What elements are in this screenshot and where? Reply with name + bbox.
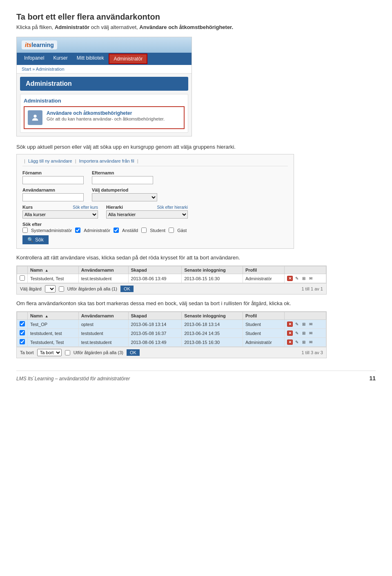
admin-item-users[interactable]: Användare och åtkomstbehörigheter Gör at…	[24, 106, 185, 129]
its-nav: Infopanel Kurser Mitt bibliotek Administ…	[17, 53, 192, 65]
t2-r1-användarnamn: optest	[78, 320, 128, 329]
message-icon[interactable]: ✉	[308, 276, 314, 281]
t2-r3-copy[interactable]: ⊞	[301, 339, 307, 345]
form-row-2: Användarnamn Välj datumperiod	[22, 188, 288, 201]
separator: |	[75, 159, 78, 163]
datumperiod-label: Välj datumperiod	[92, 188, 157, 192]
t2-r1-skapad: 2013-06-18 13:14	[128, 320, 182, 329]
t2-r3-delete[interactable]: ✕	[287, 339, 293, 345]
add-user-link[interactable]: Lägg till ny användare	[28, 159, 72, 163]
efternamn-label: Efternamn	[92, 170, 153, 175]
col-namn[interactable]: Namn ▲	[28, 266, 79, 274]
row-skapad: 2013-08-06 13:49	[128, 274, 182, 283]
t2-r2-senaste: 2013-06-24 14:35	[182, 329, 243, 338]
import-users-link[interactable]: Importera användare från fil	[79, 159, 134, 163]
table-row: Test_OP optest 2013-06-18 13:14 2013-06-…	[17, 320, 326, 329]
section-text-1: Sök upp aktuell person eller välj att sö…	[16, 144, 376, 150]
t2-utfor-all-checkbox[interactable]	[65, 350, 70, 355]
nav-infopanel[interactable]: Infopanel	[20, 54, 48, 64]
table2-screenshot: Namn ▲ Användarnamn Skapad Senaste inlog…	[16, 311, 327, 358]
cb-anställd[interactable]	[114, 228, 119, 233]
col-actions	[284, 266, 326, 274]
t2-ok-button[interactable]: OK	[127, 349, 140, 356]
cb-student[interactable]	[141, 228, 147, 233]
form-group-efternamn: Efternamn	[92, 170, 153, 184]
t2-r1-copy[interactable]: ⊞	[301, 321, 307, 327]
t2-r3-skapad: 2013-08-06 13:49	[128, 338, 182, 347]
kurs-select[interactable]: Alla kurser	[22, 210, 98, 219]
t2-r1-namn: Test_OP	[28, 320, 79, 329]
ok-button[interactable]: OK	[120, 286, 134, 292]
t2-r1-delete[interactable]: ✕	[287, 321, 293, 327]
sok-hierarki-link[interactable]: Sök efter hierarki	[157, 205, 188, 210]
t2-page-count: 1 till 3 av 3	[301, 350, 323, 355]
t2-col-användarnamn: Användarnamn	[78, 312, 128, 320]
svg-point-0	[33, 115, 36, 118]
t2-col-actions	[284, 312, 326, 320]
t2-r1-checkbox[interactable]	[20, 321, 25, 326]
screenshot-admin-nav: itslearning Infopanel Kurser Mitt biblio…	[16, 37, 192, 136]
t2-r3-checkbox[interactable]	[20, 339, 25, 344]
sok-efter-section: Sök efter Systemadministratör Administra…	[22, 222, 288, 233]
cb-admin-label: Administratör	[84, 228, 110, 233]
logo-learning: learning	[31, 42, 53, 48]
table-row: Teststudent, Test test.teststudent 2013-…	[17, 338, 326, 347]
section-text-2: Kontrollera att rätt användare visas, kl…	[16, 255, 376, 261]
t2-col-namn[interactable]: Namn ▲	[28, 312, 79, 320]
t2-r2-delete[interactable]: ✕	[287, 330, 293, 336]
användarnamn-label: Användarnamn	[22, 188, 84, 192]
efternamn-input[interactable]	[92, 176, 153, 184]
t2-r3-namn: Teststudent, Test	[28, 338, 79, 347]
t2-r1-edit[interactable]: ✎	[294, 321, 300, 327]
row-check	[17, 274, 28, 283]
t2-r3-msg[interactable]: ✉	[308, 339, 314, 345]
fornamn-input[interactable]	[22, 176, 84, 184]
nav-mitt-bibliotek[interactable]: Mitt bibliotek	[73, 54, 108, 64]
t2-r2-checkbox[interactable]	[20, 330, 25, 335]
form-group-datumperiod: Välj datumperiod	[92, 188, 157, 201]
t2-r2-msg[interactable]: ✉	[308, 330, 314, 336]
t2-r3-edit[interactable]: ✎	[294, 339, 300, 345]
admin-item-text: Användare och åtkomstbehörigheter Gör at…	[47, 110, 165, 122]
admin-item-desc: Gör att du kan hantera användar- och åtk…	[47, 116, 165, 122]
cb-systemadmin[interactable]	[22, 228, 28, 233]
datumperiod-select[interactable]	[92, 193, 157, 201]
t2-r2-copy[interactable]: ⊞	[301, 330, 307, 336]
t2-col-check	[17, 312, 28, 320]
cb-admin[interactable]	[75, 228, 80, 233]
t2-r1-msg[interactable]: ✉	[308, 321, 314, 327]
cb-gast[interactable]	[169, 228, 174, 233]
t2-r1-senaste: 2013-06-18 13:14	[182, 320, 243, 329]
användarnamn-input[interactable]	[22, 193, 84, 201]
form-group-fornamn: Förnamn	[22, 170, 84, 184]
page-number: 11	[369, 375, 376, 382]
hierarki-select[interactable]: Alla hierarkier	[106, 210, 188, 219]
sok-kurs-link[interactable]: Sök efter kurs	[73, 205, 98, 210]
t2-col-skapad: Skapad	[128, 312, 182, 320]
nav-kurser[interactable]: Kurser	[49, 54, 71, 64]
delete-button[interactable]: ✕	[287, 276, 293, 281]
admin-section: Administration Användare och åtkomstbehö…	[20, 94, 188, 133]
hierarki-label: Hierarki	[106, 205, 123, 210]
sort-icon: ▲	[45, 268, 49, 272]
search-button[interactable]: 🔍 Sök	[22, 235, 49, 244]
intro-start: Klicka på fliken,	[16, 24, 53, 30]
col-senaste: Senaste inloggning	[182, 266, 243, 274]
edit-icon[interactable]: ✎	[294, 276, 300, 281]
copy-icon[interactable]: ⊞	[301, 276, 307, 281]
table1-footer: Välj åtgärd Utför åtgärden på alla (1) O…	[17, 283, 326, 294]
users-icon	[28, 110, 42, 125]
t2-atgard-select[interactable]: Ta bort	[37, 349, 62, 356]
sok-efter-label: Sök efter	[22, 222, 288, 227]
t2-r2-profil: Student	[243, 329, 284, 338]
utfor-all-checkbox[interactable]	[59, 286, 64, 292]
nav-administrator[interactable]: Administratör	[109, 54, 147, 64]
t2-r2-edit[interactable]: ✎	[294, 330, 300, 336]
intro-text: Klicka på fliken, Administratör och välj…	[16, 24, 376, 30]
atgard-select[interactable]	[45, 285, 56, 292]
breadcrumb-link[interactable]: Start » Administration	[22, 67, 65, 71]
row-senaste: 2013-08-15 16:30	[182, 274, 243, 283]
t2-atgard-label: Ta bort	[20, 350, 34, 355]
search-form-screenshot: | Lägg till ny användare | Importera anv…	[16, 154, 294, 249]
row-checkbox[interactable]	[20, 275, 25, 281]
